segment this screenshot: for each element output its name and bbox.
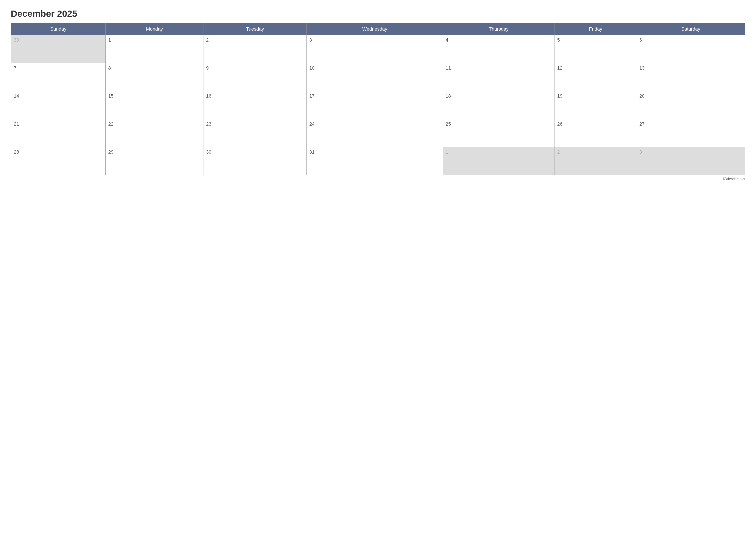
calendar-day-cell[interactable]: 30 bbox=[203, 147, 307, 175]
calendar-day-cell[interactable]: 29 bbox=[106, 147, 203, 175]
calendar-day-header: Friday bbox=[554, 23, 636, 35]
calendar-day-cell[interactable]: 30 bbox=[11, 35, 106, 63]
calendar-day-cell[interactable]: 18 bbox=[443, 91, 554, 119]
calendar-day-cell[interactable]: 15 bbox=[106, 91, 203, 119]
calendar-day-cell[interactable]: 20 bbox=[636, 91, 745, 119]
page-title: December 2025 bbox=[11, 9, 745, 19]
footer-text: iCalendars.net bbox=[11, 177, 745, 181]
calendar-day-header: Saturday bbox=[636, 23, 745, 35]
calendar-day-cell[interactable]: 10 bbox=[307, 63, 443, 91]
calendar-day-cell[interactable]: 4 bbox=[443, 35, 554, 63]
calendar-day-header: Wednesday bbox=[307, 23, 443, 35]
calendar-day-cell[interactable]: 1 bbox=[443, 147, 554, 175]
calendar-day-cell[interactable]: 17 bbox=[307, 91, 443, 119]
calendar-day-cell[interactable]: 12 bbox=[554, 63, 636, 91]
calendar-day-cell[interactable]: 3 bbox=[636, 147, 745, 175]
calendar-day-cell[interactable]: 24 bbox=[307, 119, 443, 147]
calendar-day-cell[interactable]: 1 bbox=[106, 35, 203, 63]
calendar-day-cell[interactable]: 2 bbox=[554, 147, 636, 175]
calendar-day-header: Thursday bbox=[443, 23, 554, 35]
calendar-day-cell[interactable]: 14 bbox=[11, 91, 106, 119]
calendar-day-cell[interactable]: 6 bbox=[636, 35, 745, 63]
calendar-week-row: 21222324252627 bbox=[11, 119, 745, 147]
calendar-day-cell[interactable]: 2 bbox=[203, 35, 307, 63]
calendar-week-row: 78910111213 bbox=[11, 63, 745, 91]
calendar-day-cell[interactable]: 9 bbox=[203, 63, 307, 91]
calendar-day-cell[interactable]: 26 bbox=[554, 119, 636, 147]
calendar-day-header: Tuesday bbox=[203, 23, 307, 35]
calendar-day-cell[interactable]: 23 bbox=[203, 119, 307, 147]
calendar-day-cell[interactable]: 21 bbox=[11, 119, 106, 147]
calendar-week-row: 28293031123 bbox=[11, 147, 745, 175]
calendar-day-cell[interactable]: 3 bbox=[307, 35, 443, 63]
calendar-day-header: Monday bbox=[106, 23, 203, 35]
calendar-week-row: 30123456 bbox=[11, 35, 745, 63]
calendar-day-cell[interactable]: 25 bbox=[443, 119, 554, 147]
calendar-day-cell[interactable]: 11 bbox=[443, 63, 554, 91]
calendar-day-cell[interactable]: 13 bbox=[636, 63, 745, 91]
calendar-day-cell[interactable]: 8 bbox=[106, 63, 203, 91]
calendar-header-row: SundayMondayTuesdayWednesdayThursdayFrid… bbox=[11, 23, 745, 35]
calendar-day-header: Sunday bbox=[11, 23, 106, 35]
calendar-table: SundayMondayTuesdayWednesdayThursdayFrid… bbox=[11, 23, 745, 175]
calendar-day-cell[interactable]: 27 bbox=[636, 119, 745, 147]
calendar-week-row: 14151617181920 bbox=[11, 91, 745, 119]
calendar-day-cell[interactable]: 22 bbox=[106, 119, 203, 147]
calendar-day-cell[interactable]: 28 bbox=[11, 147, 106, 175]
calendar-day-cell[interactable]: 31 bbox=[307, 147, 443, 175]
calendar-day-cell[interactable]: 7 bbox=[11, 63, 106, 91]
calendar-day-cell[interactable]: 19 bbox=[554, 91, 636, 119]
calendar-day-cell[interactable]: 5 bbox=[554, 35, 636, 63]
calendar-day-cell[interactable]: 16 bbox=[203, 91, 307, 119]
